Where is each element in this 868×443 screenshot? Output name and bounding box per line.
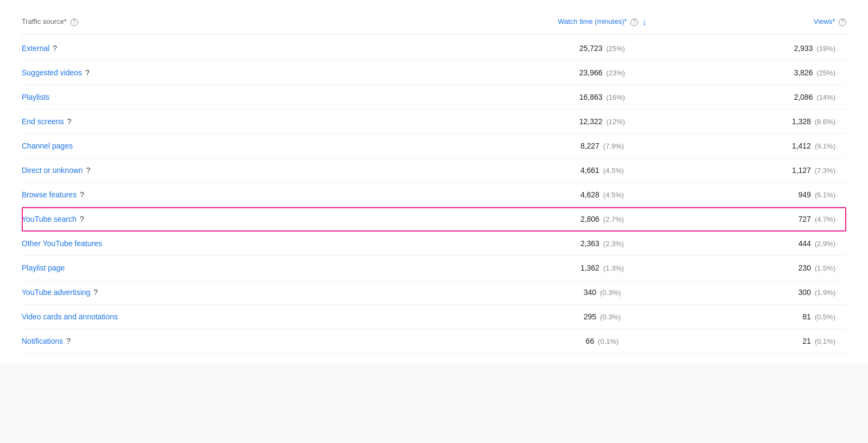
views-pct: (25%) xyxy=(816,69,835,77)
help-icon-end-screens[interactable]: ? xyxy=(67,117,72,126)
source-cell-notifications: Notifications? xyxy=(22,337,521,345)
views-pct: (1.9%) xyxy=(815,288,835,297)
help-icon-suggested-videos[interactable]: ? xyxy=(85,68,90,77)
views-value: 1,412 xyxy=(792,142,811,150)
source-link-youtube-search[interactable]: YouTube search xyxy=(22,215,76,223)
sort-descending-icon[interactable]: ↓ xyxy=(642,17,647,27)
views-value: 949 xyxy=(798,190,810,199)
source-link-playlists[interactable]: Playlists xyxy=(22,93,49,101)
watch-time-pct: (7.9%) xyxy=(603,142,624,150)
watch-time-pct: (0.3%) xyxy=(600,288,621,297)
watch-time-value: 66 xyxy=(586,337,595,345)
watch-time-pct: (2.7%) xyxy=(603,215,624,223)
views-cell-end-screens: 1,328 (8.6%) xyxy=(684,117,846,126)
col-views: Views* ? xyxy=(684,17,846,27)
source-link-suggested-videos[interactable]: Suggested videos xyxy=(22,68,82,77)
views-value: 300 xyxy=(798,288,810,297)
table-row: Playlist page1,362 (1.3%)230 (1.5%) xyxy=(22,256,846,280)
help-icon-youtube-search[interactable]: ? xyxy=(80,215,84,223)
source-link-end-screens[interactable]: End screens xyxy=(22,117,64,126)
watch-time-value: 2,363 xyxy=(580,239,599,248)
source-link-external[interactable]: External xyxy=(22,44,49,53)
source-cell-suggested-videos: Suggested videos? xyxy=(22,68,521,77)
views-pct: (7.3%) xyxy=(815,166,835,175)
source-link-notifications[interactable]: Notifications xyxy=(22,337,63,345)
views-help-icon[interactable]: ? xyxy=(839,18,846,26)
source-link-playlist-page[interactable]: Playlist page xyxy=(22,264,65,272)
watch-time-help-icon[interactable]: ? xyxy=(630,18,638,26)
traffic-source-label: Traffic source* xyxy=(22,17,67,25)
source-cell-youtube-search: YouTube search? xyxy=(22,215,521,223)
table-row: End screens?12,322 (12%)1,328 (8.6%) xyxy=(22,110,846,134)
source-cell-end-screens: End screens? xyxy=(22,117,521,126)
views-pct: (1.5%) xyxy=(815,264,835,272)
source-cell-channel-pages: Channel pages xyxy=(22,142,521,150)
watch-time-value: 8,227 xyxy=(580,142,599,150)
watch-time-cell-playlists: 16,863 (16%) xyxy=(521,93,684,101)
table-body: External?25,723 (25%)2,933 (19%)Suggeste… xyxy=(22,36,846,354)
watch-time-value: 295 xyxy=(584,312,596,321)
views-cell-notifications: 21 (0.1%) xyxy=(684,337,846,345)
views-pct: (0.5%) xyxy=(815,313,835,321)
watch-time-value: 23,966 xyxy=(579,68,603,77)
watch-time-value: 25,723 xyxy=(579,44,603,53)
views-value: 2,933 xyxy=(794,44,813,53)
views-value: 727 xyxy=(798,215,810,223)
watch-time-cell-youtube-advertising: 340 (0.3%) xyxy=(521,288,684,297)
watch-time-cell-notifications: 66 (0.1%) xyxy=(521,337,684,345)
table-header: Traffic source* ? Watch time (minutes)* … xyxy=(22,11,846,34)
source-link-browse-features[interactable]: Browse features xyxy=(22,190,76,199)
watch-time-pct: (23%) xyxy=(607,69,626,77)
traffic-source-help-icon[interactable]: ? xyxy=(71,18,78,26)
views-pct: (0.1%) xyxy=(815,337,835,345)
watch-time-pct: (4.5%) xyxy=(603,166,624,175)
table-row: Browse features?4,628 (4.5%)949 (6.1%) xyxy=(22,183,846,207)
help-icon-youtube-advertising[interactable]: ? xyxy=(94,288,98,297)
source-cell-external: External? xyxy=(22,44,521,53)
table-row: External?25,723 (25%)2,933 (19%) xyxy=(22,36,846,61)
table-row: Direct or unknown?4,661 (4.5%)1,127 (7.3… xyxy=(22,158,846,183)
views-pct: (19%) xyxy=(816,44,835,53)
views-pct: (9.1%) xyxy=(815,142,835,150)
source-link-other-youtube-features[interactable]: Other YouTube features xyxy=(22,239,102,248)
views-value: 230 xyxy=(798,264,810,272)
views-cell-external: 2,933 (19%) xyxy=(684,44,846,53)
watch-time-value: 2,806 xyxy=(580,215,599,223)
help-icon-direct-or-unknown[interactable]: ? xyxy=(86,166,91,175)
source-cell-direct-or-unknown: Direct or unknown? xyxy=(22,166,521,175)
watch-time-value: 12,322 xyxy=(579,117,603,126)
help-icon-notifications[interactable]: ? xyxy=(66,337,71,345)
source-link-video-cards-and-annotations[interactable]: Video cards and annotations xyxy=(22,312,118,321)
views-pct: (14%) xyxy=(816,93,835,101)
views-value: 3,826 xyxy=(794,68,813,77)
source-link-youtube-advertising[interactable]: YouTube advertising xyxy=(22,288,91,297)
views-label: Views* xyxy=(814,17,835,25)
views-value: 1,328 xyxy=(792,117,811,126)
watch-time-value: 1,362 xyxy=(580,264,599,272)
watch-time-cell-suggested-videos: 23,966 (23%) xyxy=(521,68,684,77)
watch-time-pct: (1.3%) xyxy=(603,264,624,272)
views-cell-youtube-search: 727 (4.7%) xyxy=(684,215,846,223)
views-value: 21 xyxy=(802,337,811,345)
table-row: Video cards and annotations295 (0.3%)81 … xyxy=(22,305,846,329)
watch-time-value: 4,661 xyxy=(580,166,599,175)
views-cell-playlists: 2,086 (14%) xyxy=(684,93,846,101)
watch-time-pct: (12%) xyxy=(607,118,626,126)
watch-time-value: 340 xyxy=(584,288,596,297)
views-cell-other-youtube-features: 444 (2.9%) xyxy=(684,239,846,248)
watch-time-pct: (16%) xyxy=(607,93,626,101)
table-row: Notifications?66 (0.1%)21 (0.1%) xyxy=(22,329,846,354)
table-row: YouTube search?2,806 (2.7%)727 (4.7%) xyxy=(22,207,846,232)
help-icon-browse-features[interactable]: ? xyxy=(80,190,84,199)
help-icon-external[interactable]: ? xyxy=(53,44,57,53)
views-value: 2,086 xyxy=(794,93,813,101)
views-cell-playlist-page: 230 (1.5%) xyxy=(684,264,846,272)
views-pct: (4.7%) xyxy=(815,215,835,223)
source-link-direct-or-unknown[interactable]: Direct or unknown xyxy=(22,166,83,175)
watch-time-cell-end-screens: 12,322 (12%) xyxy=(521,117,684,126)
views-value: 81 xyxy=(802,312,811,321)
source-link-channel-pages[interactable]: Channel pages xyxy=(22,142,73,150)
table-row: Channel pages8,227 (7.9%)1,412 (9.1%) xyxy=(22,134,846,158)
views-value: 444 xyxy=(798,239,810,248)
views-cell-direct-or-unknown: 1,127 (7.3%) xyxy=(684,166,846,175)
